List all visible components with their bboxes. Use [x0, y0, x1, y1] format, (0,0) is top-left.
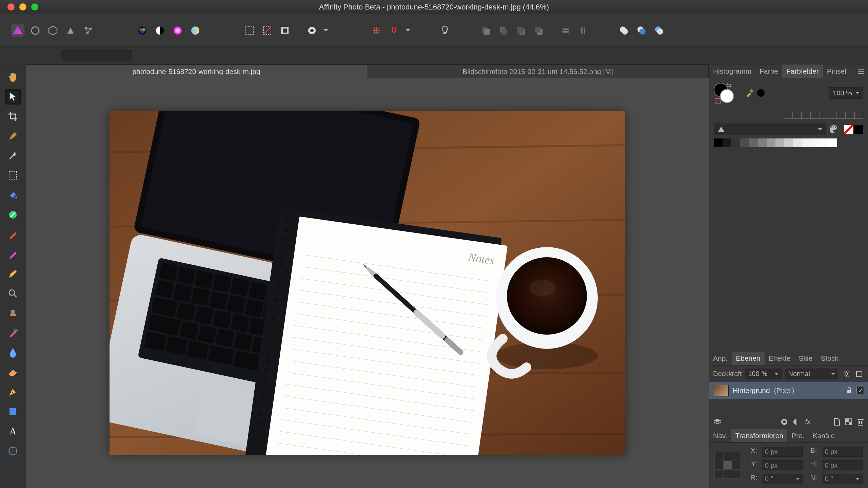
snap-toggle-icon[interactable] — [387, 23, 401, 38]
palette-icon[interactable] — [829, 124, 839, 134]
marquee-invert-icon[interactable] — [277, 23, 292, 38]
crop-tool-icon[interactable] — [5, 109, 21, 124]
new-pixel-layer-icon[interactable] — [845, 418, 852, 426]
panel-menu-icon[interactable] — [857, 68, 868, 74]
swatch-cell[interactable] — [758, 138, 767, 147]
canvas-viewport[interactable]: Notes — [26, 78, 709, 488]
subtract-shapes-icon[interactable] — [634, 23, 649, 38]
grid-toggle-icon[interactable] — [369, 23, 384, 38]
quick-mask-dropdown[interactable] — [322, 23, 330, 38]
swatch-cell[interactable] — [723, 138, 731, 147]
document-tab-1[interactable]: photodune-5168720-working-desk-m.jpg — [26, 64, 367, 78]
foreground-color-chip[interactable] — [720, 89, 734, 103]
pen-tool-icon[interactable] — [5, 384, 21, 400]
paint-brush-tool-icon[interactable] — [5, 227, 21, 242]
tab-stock[interactable]: Stock — [816, 352, 843, 365]
swap-colors-icon[interactable]: ⇆ — [727, 81, 732, 89]
rectangle-shape-tool-icon[interactable] — [5, 404, 21, 419]
anchor-selector[interactable] — [714, 452, 741, 478]
smart-selection-tool-icon[interactable] — [5, 148, 21, 164]
move-front-icon[interactable] — [531, 23, 546, 38]
close-window-button[interactable] — [7, 3, 15, 11]
move-forward-icon[interactable] — [513, 23, 528, 38]
tab-effects[interactable]: Effekte — [765, 352, 795, 365]
recent-swatch[interactable] — [784, 112, 793, 119]
pixel-tool-icon[interactable] — [5, 266, 21, 282]
recent-swatch[interactable] — [802, 112, 810, 119]
gradient-tool-icon[interactable] — [5, 207, 21, 223]
marquee-cancel-icon[interactable] — [260, 23, 275, 38]
tab-transform[interactable]: Transformieren — [731, 429, 788, 442]
recent-swatch[interactable] — [810, 112, 819, 119]
swatch-black[interactable] — [854, 125, 863, 134]
align-1-icon[interactable] — [558, 23, 573, 38]
marquee-tool-icon[interactable] — [5, 168, 21, 183]
liquify-persona-button[interactable] — [28, 23, 43, 38]
move-tool-icon[interactable] — [5, 89, 21, 105]
swatch-cell[interactable] — [802, 138, 811, 147]
field-h[interactable]: 0 px — [822, 460, 863, 470]
erase-tool-icon[interactable] — [5, 364, 21, 380]
palette-dropdown[interactable] — [714, 124, 826, 135]
export-persona-button[interactable] — [81, 23, 96, 38]
assistant-lightbulb-icon[interactable] — [437, 23, 452, 38]
tab-layers[interactable]: Ebenen — [732, 352, 764, 365]
mask-icon[interactable] — [781, 418, 788, 426]
snap-dropdown[interactable] — [404, 23, 412, 38]
paint-mixer-brush-tool-icon[interactable] — [5, 246, 21, 262]
layer-lock-icon[interactable] — [846, 387, 852, 394]
photo-persona-button[interactable] — [10, 23, 25, 38]
recent-swatch[interactable] — [854, 112, 863, 119]
wb-adjust-icon[interactable] — [188, 23, 203, 38]
blend-mode-dropdown[interactable]: Normal — [785, 369, 838, 379]
recent-swatch[interactable] — [846, 112, 854, 119]
rgb-adjust-icon[interactable] — [135, 23, 150, 38]
hand-tool-icon[interactable] — [5, 69, 21, 85]
field-y[interactable]: 0 px — [762, 460, 803, 470]
no-color-icon[interactable] — [715, 98, 721, 104]
clone-stamp-tool-icon[interactable] — [5, 305, 21, 321]
eyedropper-icon[interactable] — [745, 89, 754, 97]
intersect-shapes-icon[interactable] — [652, 23, 667, 38]
flood-fill-tool-icon[interactable] — [5, 187, 21, 203]
align-2-icon[interactable] — [576, 23, 591, 38]
canvas[interactable]: Notes — [110, 111, 625, 455]
zoom-tool-icon[interactable] — [5, 286, 21, 301]
fg-bg-color[interactable]: ⇆ — [714, 83, 737, 103]
move-back-icon[interactable] — [478, 23, 493, 38]
bw-adjust-icon[interactable] — [153, 23, 167, 38]
marquee-dashed-icon[interactable] — [242, 23, 257, 38]
swatch-cell[interactable] — [767, 138, 775, 147]
move-backward-icon[interactable] — [496, 23, 511, 38]
field-r[interactable]: 0 ° — [762, 474, 803, 484]
swatch-none[interactable] — [844, 125, 853, 134]
delete-layer-icon[interactable] — [857, 418, 864, 426]
new-layer-icon[interactable] — [833, 418, 840, 426]
fx-icon[interactable]: fx — [805, 417, 810, 426]
recent-swatch[interactable] — [819, 112, 828, 119]
layer-stack-icon[interactable] — [713, 418, 722, 426]
layer-visible-checkbox[interactable]: ✓ — [856, 387, 864, 394]
swatch-cell[interactable] — [811, 138, 820, 147]
tab-navigator[interactable]: Nav. — [709, 429, 731, 442]
recent-swatch[interactable] — [837, 112, 846, 119]
field-n[interactable]: 0 ° — [822, 474, 863, 484]
swatch-cell[interactable] — [784, 138, 793, 147]
tab-pro[interactable]: Pro. — [787, 429, 809, 442]
add-shapes-icon[interactable] — [616, 23, 631, 38]
recent-swatch[interactable] — [828, 112, 837, 119]
tab-brushes[interactable]: Pinsel — [823, 64, 850, 78]
recent-swatch[interactable] — [793, 112, 802, 119]
swatch-opacity-dropdown[interactable]: 100 % — [829, 87, 863, 99]
swatch-cell[interactable] — [793, 138, 802, 147]
tab-adjustments[interactable]: Anp. — [709, 352, 732, 365]
layer-settings-icon[interactable] — [842, 369, 851, 379]
swatch-cell[interactable] — [714, 138, 723, 147]
swatch-cell[interactable] — [740, 138, 749, 147]
text-tool-icon[interactable]: A — [5, 424, 21, 439]
swatch-cell[interactable] — [775, 138, 784, 147]
quick-mask-button[interactable] — [304, 23, 319, 38]
tab-histogram[interactable]: Histogramm — [709, 64, 755, 78]
healing-brush-tool-icon[interactable] — [5, 325, 21, 341]
tab-color[interactable]: Farbe — [755, 64, 782, 78]
